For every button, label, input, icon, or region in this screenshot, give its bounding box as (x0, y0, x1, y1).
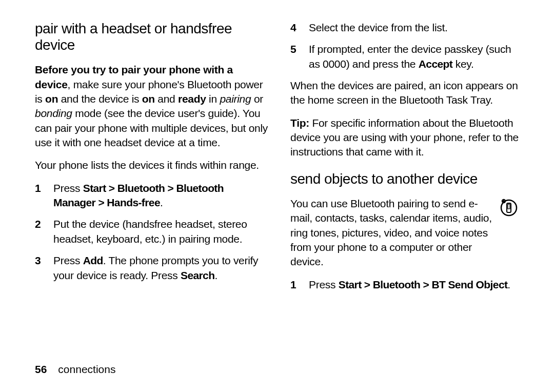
left-column: pair with a headset or handsfree device … (35, 21, 268, 357)
send-steps-list: 1 Press Start > Bluetooth > BT Send Obje… (290, 278, 523, 292)
step-4: 4 Select the device from the list. (290, 21, 523, 35)
heading-send: send objects to another device (290, 171, 523, 187)
heading-pair: pair with a headset or handsfree device (35, 21, 268, 53)
step-1: 1 Press Start > Bluetooth > Bluetooth Ma… (35, 181, 268, 210)
send-intro-paragraph: You can use Bluetooth pairing to send e-… (290, 197, 496, 269)
two-column-layout: pair with a headset or handsfree device … (35, 21, 523, 357)
page: pair with a headset or handsfree device … (0, 0, 554, 392)
pair-intro-paragraph: Before you try to pair your phone with a… (35, 63, 268, 150)
right-column: 4 Select the device from the list. 5 If … (290, 21, 523, 357)
step-5: 5 If prompted, enter the device passkey … (290, 42, 523, 71)
page-footer: 56 connections (35, 357, 523, 377)
pair-steps-list-right: 4 Select the device from the list. 5 If … (290, 21, 523, 71)
section-name: connections (58, 362, 115, 377)
send-step-1: 1 Press Start > Bluetooth > BT Send Obje… (290, 278, 523, 292)
step-3: 3 Press Add. The phone prompts you to ve… (35, 253, 268, 283)
svg-rect-1 (507, 203, 511, 212)
page-number: 56 (35, 362, 47, 377)
step-2: 2 Put the device (handsfree headset, ste… (35, 217, 268, 246)
pair-steps-list-left: 1 Press Start > Bluetooth > Bluetooth Ma… (35, 181, 268, 283)
feature-icon (499, 197, 519, 220)
send-intro-block: You can use Bluetooth pairing to send e-… (290, 197, 523, 269)
pair-range-paragraph: Your phone lists the devices it finds wi… (35, 158, 268, 172)
paired-icon-paragraph: When the devices are paired, an icon app… (290, 79, 523, 108)
svg-rect-2 (508, 204, 510, 209)
tip-paragraph: Tip: For specific information about the … (290, 116, 523, 160)
